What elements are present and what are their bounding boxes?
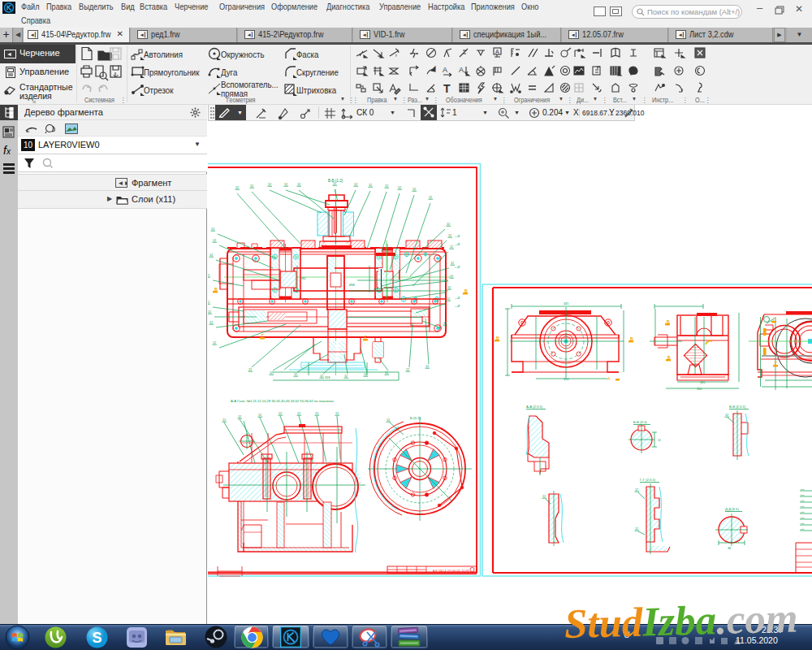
svg-text:12: 12 (208, 310, 211, 314)
svg-text:T: T (443, 82, 451, 95)
svg-text:Г: Г (261, 333, 264, 338)
svg-text:Ø48: Ø48 (349, 284, 355, 287)
svg-text:—Ø: —Ø (455, 243, 460, 246)
svg-text:12: 12 (294, 373, 297, 376)
svg-text:12: 12 (208, 274, 209, 277)
svg-text:12: 12 (297, 183, 300, 186)
svg-text:▪▪▪▪: ▪▪▪▪ (801, 488, 804, 491)
svg-text:12: 12 (344, 375, 348, 378)
svg-text:12: 12 (211, 228, 214, 231)
svg-text:A: A (459, 66, 464, 74)
svg-text:Г: Г (775, 361, 777, 366)
svg-text:12: 12 (333, 182, 336, 185)
svg-text:12: 12 (447, 223, 450, 226)
svg-text:12: 12 (542, 495, 546, 498)
svg-text:12: 12 (406, 368, 409, 371)
svg-text:▪▪▪▪: ▪▪▪▪ (801, 527, 804, 531)
svg-text:12: 12 (385, 184, 388, 188)
svg-text:12: 12 (209, 321, 213, 324)
svg-text:12: 12 (222, 418, 226, 422)
svg-text:12: 12 (387, 418, 390, 422)
svg-text:12: 12 (320, 375, 323, 378)
svg-text:12: 12 (385, 371, 388, 375)
svg-text:12: 12 (335, 412, 339, 415)
svg-text:12: 12 (284, 183, 287, 186)
svg-text:◄►: ◄► (118, 180, 128, 187)
svg-text:12: 12 (725, 414, 728, 417)
svg-text:12: 12 (398, 186, 401, 189)
svg-text:А: А (607, 376, 611, 381)
svg-text:▪▪▪▪: ▪▪▪▪ (801, 510, 804, 514)
svg-text:Б: Б (667, 319, 670, 324)
svg-text:—Ø: —Ø (455, 235, 460, 238)
svg-text:310: 310 (564, 378, 568, 381)
svg-text:В: В (496, 336, 499, 340)
svg-text:Б: Б (667, 355, 671, 360)
svg-text:▪▪▪▪: ▪▪▪▪ (801, 516, 804, 519)
svg-text:12: 12 (315, 412, 318, 415)
svg-text:▪▪▪▪: ▪▪▪▪ (801, 499, 804, 502)
svg-text:12: 12 (448, 234, 451, 237)
svg-text:12: 12 (268, 183, 271, 186)
svg-text:12: 12 (248, 368, 252, 371)
svg-text:◄: ◄ (6, 51, 12, 57)
svg-text:▪▪▪▪: ▪▪▪▪ (801, 493, 804, 496)
svg-text:А-А (2,5:1): А-А (2,5:1) (526, 405, 543, 409)
svg-text:В-В (2,5:1): В-В (2,5:1) (729, 405, 746, 409)
svg-text:A: A (495, 49, 499, 54)
svg-text:12: 12 (364, 373, 367, 376)
svg-text:12: 12 (209, 254, 213, 257)
svg-text:12: 12 (258, 414, 261, 417)
svg-text:318: 318 (325, 376, 330, 379)
svg-text:310: 310 (697, 388, 702, 391)
svg-text:A: A (443, 66, 447, 74)
svg-text:12: 12 (450, 245, 453, 249)
svg-text:12: 12 (412, 188, 416, 191)
svg-text:12: 12 (635, 488, 638, 492)
svg-text:Б-Б (5:1): Б-Б (5:1) (633, 420, 647, 424)
svg-text:12: 12 (658, 439, 661, 442)
svg-text:12: 12 (270, 371, 273, 375)
svg-text:В: В (630, 336, 633, 341)
svg-text:12: 12 (297, 412, 300, 415)
svg-text:12: 12 (208, 301, 209, 304)
svg-text:Г: Г (773, 317, 775, 322)
svg-text:12: 12 (443, 322, 447, 325)
svg-text:Г: Г (365, 335, 367, 340)
svg-text:—Ø: —Ø (455, 297, 460, 300)
svg-text:12: 12 (451, 262, 454, 265)
svg-text:БЛ 15С4.22.00.01.1123: БЛ 15С4.22.00.01.1123 (433, 569, 469, 573)
svg-text:12: 12 (250, 184, 253, 188)
svg-text:12: 12 (447, 286, 451, 289)
svg-text:r: r (395, 53, 397, 58)
svg-text:12: 12 (635, 527, 638, 531)
svg-text:12: 12 (369, 184, 372, 187)
svg-text:12: 12 (425, 365, 429, 368)
svg-text:Г-Г (2,5:1): Г-Г (2,5:1) (640, 478, 656, 482)
svg-text:▪▪▪▪: ▪▪▪▪ (801, 505, 804, 508)
svg-text:12: 12 (213, 341, 216, 344)
svg-text:12: 12 (279, 412, 282, 415)
svg-text:Д-Д (5:1): Д-Д (5:1) (725, 507, 739, 511)
svg-text:12: 12 (354, 183, 357, 186)
svg-text:445: 445 (564, 302, 568, 306)
svg-text:48: 48 (728, 547, 731, 550)
svg-text:—Ø: —Ø (455, 305, 460, 308)
svg-text:12: 12 (429, 196, 432, 199)
svg-text:265: 265 (700, 381, 705, 384)
svg-text:12: 12 (235, 186, 239, 189)
svg-text:S: S (93, 630, 102, 646)
svg-text:А-А Гсов. №1,11,12,14,28 30,32: А-А Гсов. №1,11,12,14,28 30,32,40,46 43,… (231, 399, 334, 403)
svg-text:—Ø: —Ø (455, 266, 460, 269)
svg-text:▪▪▪▪: ▪▪▪▪ (801, 522, 804, 525)
svg-text:12: 12 (238, 415, 241, 418)
svg-text:12: 12 (447, 297, 450, 301)
svg-text:В: В (464, 288, 468, 293)
svg-text:В: В (214, 287, 218, 292)
svg-text:12: 12 (213, 239, 216, 242)
svg-text:···: ··· (798, 552, 801, 555)
svg-text:12: 12 (450, 275, 453, 278)
svg-text:Б (5:1): Б (5:1) (410, 416, 421, 420)
svg-text:Ø62: Ø62 (300, 277, 306, 280)
